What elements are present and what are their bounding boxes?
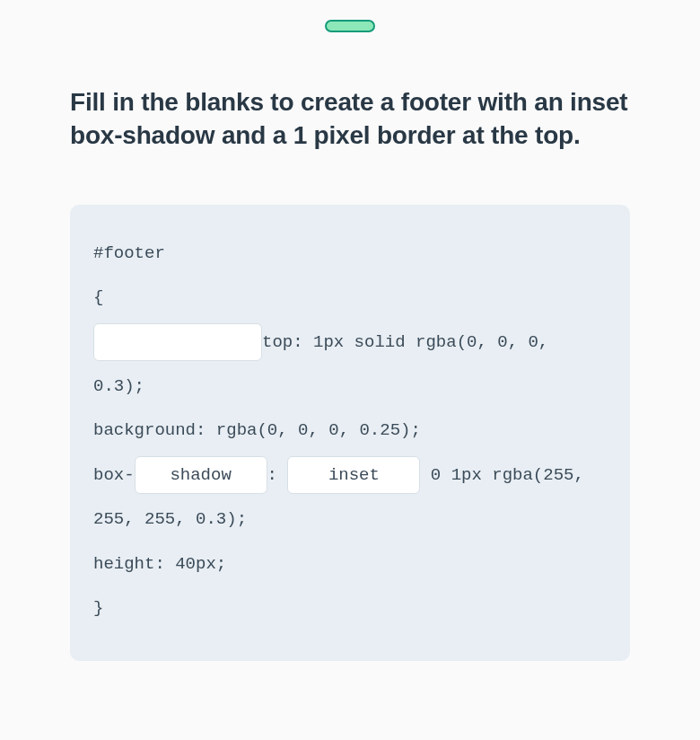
code-line: height: 40px; <box>93 542 607 586</box>
code-text: box- <box>93 465 135 485</box>
code-line: } <box>93 586 607 630</box>
code-line: { <box>93 276 607 320</box>
exercise-prompt: Fill in the blanks to create a footer wi… <box>70 86 630 153</box>
progress-bar <box>325 20 375 32</box>
code-line: #footer <box>93 232 607 276</box>
code-line: box-: 0 1px rgba(255, 255, 255, 0.3); <box>93 454 607 542</box>
exercise-container: Fill in the blanks to create a footer wi… <box>70 86 630 697</box>
blank-input-1[interactable] <box>93 323 262 361</box>
code-line: background: rgba(0, 0, 0, 0.25); <box>93 409 607 453</box>
code-text: : <box>267 465 288 485</box>
blank-input-3[interactable] <box>287 456 420 494</box>
blank-input-2[interactable] <box>135 456 267 494</box>
progress-bar-container <box>0 0 700 32</box>
code-block: #footer { top: 1px solid rgba(0, 0, 0, 0… <box>70 205 630 662</box>
code-line: top: 1px solid rgba(0, 0, 0, 0.3); <box>93 321 607 410</box>
